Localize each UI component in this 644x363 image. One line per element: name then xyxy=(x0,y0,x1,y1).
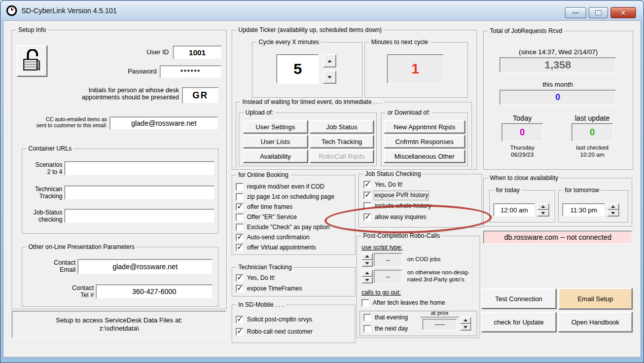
checkbox-label: that evening xyxy=(375,314,408,321)
spin-up-button[interactable] xyxy=(323,54,336,67)
checkbox-label: expose PVR history xyxy=(375,192,428,199)
cod-script-stepper xyxy=(362,253,373,267)
robo-calls-title: Post-Completion Robo-Calls xyxy=(361,232,442,239)
user-id-label: User ID xyxy=(112,49,169,56)
checkbox[interactable] xyxy=(364,181,371,189)
lock-button[interactable] xyxy=(17,45,47,77)
open-padlock-icon xyxy=(22,49,42,72)
arrow-up-icon xyxy=(463,319,468,321)
checkbox-label: Offer "ER" Service xyxy=(247,213,297,221)
spin-up-button[interactable] xyxy=(537,203,549,210)
upload-robocall-rqsts-button: RoboCall Rqsts xyxy=(310,150,374,163)
checkbox[interactable] xyxy=(236,274,243,282)
test-connection-button[interactable]: Test Connection xyxy=(481,288,556,309)
checkbox[interactable] xyxy=(236,285,243,293)
checkbox[interactable] xyxy=(236,328,243,336)
checkbox-label: the next day xyxy=(375,325,408,333)
spin-down-button[interactable] xyxy=(362,260,373,267)
today-label: Today xyxy=(493,114,551,123)
checkbox[interactable] xyxy=(236,234,243,241)
container-urls-title: Container URLs xyxy=(26,145,74,152)
minimize-button[interactable] xyxy=(565,7,586,18)
checkbox[interactable] xyxy=(236,224,243,231)
checkbox[interactable] xyxy=(236,203,243,211)
checkbox[interactable] xyxy=(236,213,243,221)
checkbox[interactable] xyxy=(364,192,371,199)
cod-script-label: on COD jobs xyxy=(407,256,441,262)
checkbox[interactable] xyxy=(236,244,243,251)
sd-mobile-title: In SD-Mobile . . . xyxy=(236,301,285,308)
job-status-url-field[interactable] xyxy=(64,209,214,223)
user-id-field[interactable]: 1001 xyxy=(173,46,222,59)
spin-up-button[interactable] xyxy=(362,253,373,260)
maximize-icon xyxy=(596,11,601,15)
update-ticker-title: Update Ticker (availability up, schedule… xyxy=(236,26,384,33)
spin-down-button[interactable] xyxy=(537,210,549,216)
check-for-update-button[interactable]: check for Update xyxy=(481,312,556,332)
for-today-title: for today xyxy=(494,187,522,194)
arrow-down-icon xyxy=(328,76,332,79)
cycle-minutes-value[interactable]: 5 xyxy=(276,54,319,84)
checkbox[interactable] xyxy=(236,316,243,323)
spin-down-button[interactable] xyxy=(323,70,336,84)
spin-up-button[interactable] xyxy=(607,203,619,210)
download-misc-button[interactable]: Miscellaneous Other xyxy=(384,150,465,163)
spin-up-button[interactable] xyxy=(362,270,373,277)
cc-email-field[interactable]: glade@rossware.net xyxy=(110,117,218,130)
online-booking-title: for Online Booking xyxy=(236,171,291,178)
other-params-title: Other on-Line Presentation Parameters xyxy=(26,243,136,250)
at-prox-value[interactable]: ----- xyxy=(422,319,457,330)
checkbox[interactable] xyxy=(364,325,371,333)
today-date: Thursday 06/29/23 xyxy=(493,144,551,159)
close-button[interactable]: ✕ xyxy=(611,7,636,18)
initials-field[interactable]: GR xyxy=(182,87,219,103)
checkbox[interactable] xyxy=(364,314,371,321)
checkbox[interactable] xyxy=(364,202,371,210)
spin-up-button[interactable] xyxy=(460,317,471,324)
at-prox-stepper xyxy=(460,317,471,331)
spin-down-button[interactable] xyxy=(607,210,619,216)
checkbox[interactable] xyxy=(236,183,243,191)
upload-availability-button[interactable]: Availability xyxy=(243,150,308,163)
upload-user-lists-button[interactable]: User Lists xyxy=(243,135,308,148)
close-tomorrow-time-field[interactable]: 11:30 pm xyxy=(562,203,605,216)
upload-job-status-button[interactable]: Job Status xyxy=(310,120,374,133)
email-setup-button[interactable]: Email Setup xyxy=(558,288,632,309)
technician-tracking-url-label: Technican Tracking xyxy=(24,186,62,200)
checkbox-label: After tech leaves the home xyxy=(373,299,445,307)
scenarios-url-field[interactable] xyxy=(64,161,214,175)
close-icon: ✕ xyxy=(621,9,626,17)
upload-user-settings-button[interactable]: User Settings xyxy=(243,120,308,133)
contact-tel-field[interactable]: 360-427-6000 xyxy=(96,284,212,299)
technician-tracking-url-field[interactable] xyxy=(64,186,214,200)
cod-script-value[interactable]: -- xyxy=(374,253,402,267)
at-prox-label: at prox xyxy=(420,310,459,317)
total-requests-value: 1,358 xyxy=(499,57,616,72)
contact-email-field[interactable]: glade@rossware.net xyxy=(78,259,212,274)
minimize-icon xyxy=(573,12,579,14)
checkbox[interactable] xyxy=(236,193,243,201)
this-month-label: this month xyxy=(499,81,616,89)
checkbox-label: require mod/ser even if COD xyxy=(247,183,325,191)
party-script-value[interactable]: -- xyxy=(374,270,402,283)
arrow-up-icon xyxy=(541,205,545,208)
checkbox[interactable] xyxy=(362,299,369,307)
password-field[interactable]: ****** xyxy=(160,65,222,78)
download-cnfrmtn-button[interactable]: Cnfrmtn Responses xyxy=(384,135,465,148)
upload-tech-tracking-button[interactable]: Tech Tracking xyxy=(310,135,374,148)
spin-down-button[interactable] xyxy=(362,277,373,284)
checkbox-label: offer Virtual appointments xyxy=(247,244,316,251)
title-bar[interactable]: SD-CyberLink Version 4.5.101 ✕ xyxy=(1,1,643,20)
close-today-time-field[interactable]: 12:00 am xyxy=(493,203,535,216)
scenarios-label: Scenarios 2 to 4 xyxy=(24,162,62,176)
arrow-down-icon xyxy=(611,212,615,214)
cc-email-label: CC auto-emailed items as sent to custome… xyxy=(18,116,107,128)
download-new-appntmnt-button[interactable]: New Appntmnt Rqsts xyxy=(384,120,465,133)
arrow-down-icon xyxy=(541,212,545,214)
open-handbook-button[interactable]: Open Handbook xyxy=(558,312,632,332)
close-availability-title: When to close availability xyxy=(488,174,560,181)
spin-down-button[interactable] xyxy=(460,324,471,331)
maximize-button[interactable] xyxy=(589,7,608,18)
checkbox[interactable] xyxy=(364,213,371,221)
connection-status-banner: db.rossware.com -- not connected xyxy=(483,231,632,244)
